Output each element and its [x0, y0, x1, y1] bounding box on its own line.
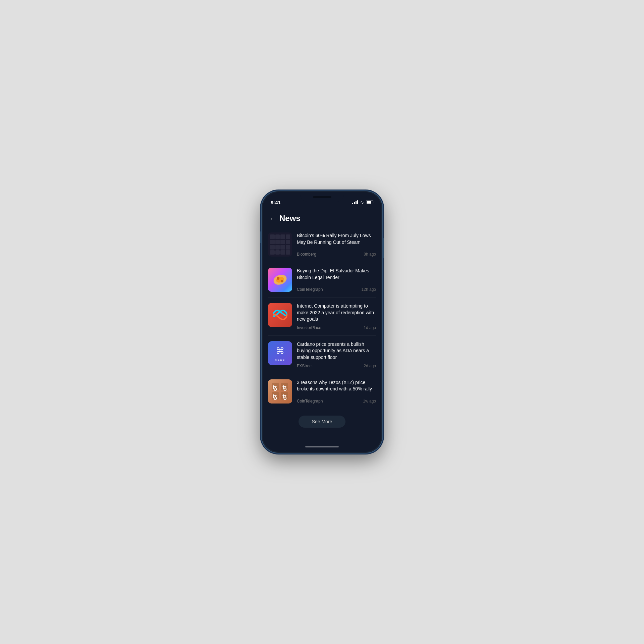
news-meta: CoinTelegraph 12h ago: [297, 287, 376, 292]
news-title: Cardano price presents a bullish buying …: [297, 341, 376, 361]
svg-text:ꜩ: ꜩ: [282, 394, 287, 400]
status-time: 9:41: [271, 200, 281, 205]
svg-text:ꜩ: ꜩ: [273, 394, 277, 400]
see-more-container: See More: [263, 409, 381, 436]
see-more-button[interactable]: See More: [299, 416, 346, 428]
news-item[interactable]: Bitcoin's 60% Rally From July Lows May B…: [268, 227, 376, 262]
news-item[interactable]: ꜩ ꜩ ꜩ ꜩ 3 reasons why Tezos (XTZ) price …: [268, 374, 376, 409]
news-source: CoinTelegraph: [297, 399, 323, 404]
svg-point-3: [281, 280, 283, 282]
back-button[interactable]: ←: [269, 215, 276, 222]
svg-text:ꜩ: ꜩ: [273, 385, 277, 391]
svg-point-2: [277, 277, 279, 280]
wifi-icon: ∿: [360, 200, 364, 205]
news-time: 12h ago: [362, 287, 376, 292]
news-time: 2d ago: [364, 364, 376, 368]
phone-screen: 9:41 ∿ ← News: [263, 192, 381, 452]
news-item[interactable]: ⌘ NEWS Cardano price presents a bullish …: [268, 336, 376, 374]
app-content: ← News Bitcoin's 60%: [263, 208, 381, 442]
news-body: Internet Computer is attempting to make …: [297, 303, 376, 330]
news-time: 8h ago: [364, 252, 376, 257]
news-thumbnail: [268, 303, 292, 327]
news-list: Bitcoin's 60% Rally From July Lows May B…: [263, 227, 381, 409]
news-item[interactable]: Buying the Dip: El Salvador Makes Bitcoi…: [268, 262, 376, 298]
news-source: CoinTelegraph: [297, 287, 323, 292]
news-title: Internet Computer is attempting to make …: [297, 303, 376, 323]
cardano-news-label: NEWS: [275, 358, 285, 361]
news-body: Buying the Dip: El Salvador Makes Bitcoi…: [297, 268, 376, 292]
battery-icon: [366, 201, 373, 204]
news-title: 3 reasons why Tezos (XTZ) price broke it…: [297, 379, 376, 392]
phone-frame: 9:41 ∿ ← News: [262, 191, 382, 453]
page-title: News: [279, 214, 301, 223]
news-meta: CoinTelegraph 1w ago: [297, 399, 376, 404]
home-indicator: [263, 442, 381, 452]
status-icons: ∿: [352, 200, 373, 205]
cardano-logo-icon: ⌘: [274, 345, 286, 357]
notch: [300, 192, 344, 202]
news-thumbnail: ꜩ ꜩ ꜩ ꜩ: [268, 379, 292, 404]
news-title: Bitcoin's 60% Rally From July Lows May B…: [297, 232, 376, 246]
news-source: InvestorPlace: [297, 325, 321, 330]
news-thumbnail: [268, 232, 292, 257]
speaker: [313, 196, 331, 198]
news-source: FXStreet: [297, 364, 313, 368]
news-time: 1d ago: [364, 325, 376, 330]
news-body: 3 reasons why Tezos (XTZ) price broke it…: [297, 379, 376, 404]
news-meta: InvestorPlace 1d ago: [297, 325, 376, 330]
news-body: Cardano price presents a bullish buying …: [297, 341, 376, 368]
svg-text:ꜩ: ꜩ: [282, 385, 287, 391]
home-bar: [305, 446, 339, 447]
news-meta: FXStreet 2d ago: [297, 364, 376, 368]
news-thumbnail: [268, 268, 292, 292]
page-header: ← News: [263, 208, 381, 227]
signal-icon: [352, 200, 358, 204]
news-source: Bloomberg: [297, 252, 316, 257]
news-thumbnail: ⌘ NEWS: [268, 341, 292, 365]
news-body: Bitcoin's 60% Rally From July Lows May B…: [297, 232, 376, 257]
news-meta: Bloomberg 8h ago: [297, 252, 376, 257]
news-title: Buying the Dip: El Salvador Makes Bitcoi…: [297, 268, 376, 281]
news-item[interactable]: Internet Computer is attempting to make …: [268, 298, 376, 336]
news-time: 1w ago: [363, 399, 376, 404]
